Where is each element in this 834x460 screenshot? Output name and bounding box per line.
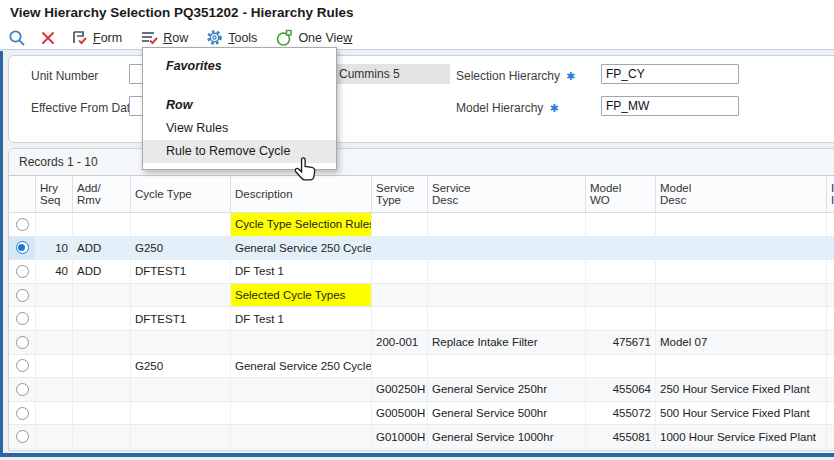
cell-model_desc xyxy=(656,260,827,283)
cell-service_type: G01000H xyxy=(372,425,428,448)
cell-add_rmv xyxy=(73,402,131,425)
cell-hry_seq xyxy=(36,378,73,401)
form-icon xyxy=(70,30,88,46)
column-header-add_rmv[interactable]: Add/Rmv xyxy=(73,176,131,212)
cell-service_type xyxy=(372,237,428,260)
cell-model_wo xyxy=(586,213,656,236)
cell-model_wo xyxy=(586,355,656,378)
column-header-service_type[interactable]: ServiceType xyxy=(372,176,428,212)
cell-service_type xyxy=(372,213,428,236)
tools-button-label: Tools xyxy=(228,31,257,45)
cell-model_desc xyxy=(656,213,827,236)
row-select-cell xyxy=(9,331,36,354)
row-radio[interactable] xyxy=(16,359,29,372)
cell-service_desc: General Service 500hr xyxy=(428,402,586,425)
grid-row-9[interactable]: G00500HGeneral Service 500hr455072500 Ho… xyxy=(9,402,834,426)
row-radio[interactable] xyxy=(16,265,29,278)
row-radio[interactable] xyxy=(16,218,29,231)
cell-model_wo: 475671 xyxy=(586,331,656,354)
cell-model_desc xyxy=(656,237,827,260)
grid-row-4[interactable]: Selected Cycle Types xyxy=(9,284,834,308)
cell-service_desc xyxy=(428,284,586,307)
cell-hry_seq xyxy=(36,331,73,354)
title-bar: View Hierarchy Selection PQ351202 - Hier… xyxy=(0,0,834,26)
cell-add_rmv xyxy=(73,378,131,401)
window-frame-left xyxy=(0,51,3,457)
grid-row-8[interactable]: G00250HGeneral Service 250hr455064250 Ho… xyxy=(9,378,834,402)
row-button[interactable]: Row xyxy=(140,30,188,46)
records-count-bar: Records 1 - 10 xyxy=(9,149,834,176)
cell-model_desc: 250 Hour Service Fixed Plant xyxy=(656,378,827,401)
cell-add_rmv xyxy=(73,425,131,448)
search-button[interactable] xyxy=(8,29,26,47)
cell-service_desc xyxy=(428,260,586,283)
row-select-cell xyxy=(9,284,36,307)
column-header-description[interactable]: Description xyxy=(231,176,372,212)
close-button[interactable] xyxy=(40,30,56,46)
grid-row-2[interactable]: 10ADDG250General Service 250 Cycle xyxy=(9,237,834,261)
tools-button[interactable]: Tools xyxy=(206,29,257,46)
column-header-hry_seq[interactable]: HrySeq xyxy=(36,176,73,212)
selection-hierarchy-input[interactable] xyxy=(601,64,739,84)
cell-service_type xyxy=(372,355,428,378)
cell-description xyxy=(231,425,372,448)
row-radio-selected[interactable] xyxy=(16,241,29,254)
cell-model_wo: 455064 xyxy=(586,378,656,401)
grid-row-6[interactable]: 200-001Replace Intake Filter475671Model … xyxy=(9,331,834,355)
grid-row-1[interactable]: Cycle Type Selection Rules xyxy=(9,213,834,237)
column-header-radio xyxy=(9,176,36,212)
cell-service_type xyxy=(372,307,428,330)
column-header-service_desc[interactable]: ServiceDesc xyxy=(428,176,586,212)
cell-description: DF Test 1 xyxy=(231,260,372,283)
close-icon xyxy=(40,30,56,46)
one-view-button[interactable]: One View xyxy=(275,29,352,47)
gear-icon xyxy=(206,29,223,46)
cell-model_wo xyxy=(586,307,656,330)
cell-hry_seq: 40 xyxy=(36,260,73,283)
one-view-icon xyxy=(275,29,293,47)
cell-model_wo: 455072 xyxy=(586,402,656,425)
grid-row-3[interactable]: 40ADDDFTEST1DF Test 1 xyxy=(9,260,834,284)
cell-extra xyxy=(827,237,834,260)
window-frame-bottom xyxy=(0,453,834,457)
cell-service_desc xyxy=(428,237,586,260)
form-button[interactable]: Form xyxy=(70,30,122,46)
cell-service_desc: General Service 250hr xyxy=(428,378,586,401)
column-header-extra[interactable]: II xyxy=(827,176,834,212)
row-radio[interactable] xyxy=(16,289,29,302)
row-select-cell xyxy=(9,355,36,378)
cell-description xyxy=(231,331,372,354)
cell-cycle_type: DFTEST1 xyxy=(131,260,231,283)
grid-body: Cycle Type Selection Rules10ADDG250Gener… xyxy=(9,213,834,449)
cell-add_rmv xyxy=(73,284,131,307)
menu-item-view-rules[interactable]: View Rules xyxy=(143,117,336,140)
column-header-model_desc[interactable]: ModelDesc xyxy=(656,176,827,212)
cell-model_desc: 500 Hour Service Fixed Plant xyxy=(656,402,827,425)
cell-cycle_type xyxy=(131,331,231,354)
row-radio[interactable] xyxy=(16,383,29,396)
column-header-cycle_type[interactable]: Cycle Type xyxy=(131,176,231,212)
row-radio[interactable] xyxy=(16,430,29,443)
required-asterisk-icon: ✱ xyxy=(549,102,558,114)
grid-row-5[interactable]: DFTEST1DF Test 1 xyxy=(9,307,834,331)
model-hierarchy-label: Model Hierarchy✱ xyxy=(456,98,559,118)
cell-extra xyxy=(827,213,834,236)
cell-description: Selected Cycle Types xyxy=(231,284,372,307)
cell-cycle_type: G250 xyxy=(131,355,231,378)
cell-add_rmv: ADD xyxy=(73,237,131,260)
row-radio[interactable] xyxy=(16,312,29,325)
grid-row-7[interactable]: G250General Service 250 Cycle xyxy=(9,355,834,379)
row-radio[interactable] xyxy=(16,407,29,420)
menu-item-rule-to-remove-cycle[interactable]: Rule to Remove Cycle xyxy=(143,140,336,163)
cell-hry_seq xyxy=(36,425,73,448)
column-header-model_wo[interactable]: ModelWO xyxy=(586,176,656,212)
form-button-label: Form xyxy=(93,31,122,45)
cell-hry_seq: 10 xyxy=(36,237,73,260)
menu-section-row: Row xyxy=(143,93,336,117)
model-hierarchy-input[interactable] xyxy=(601,96,739,116)
cell-add_rmv xyxy=(73,307,131,330)
row-radio[interactable] xyxy=(16,336,29,349)
grid-row-10[interactable]: G01000HGeneral Service 1000hr4550811000 … xyxy=(9,425,834,449)
cell-extra xyxy=(827,307,834,330)
cell-cycle_type xyxy=(131,284,231,307)
